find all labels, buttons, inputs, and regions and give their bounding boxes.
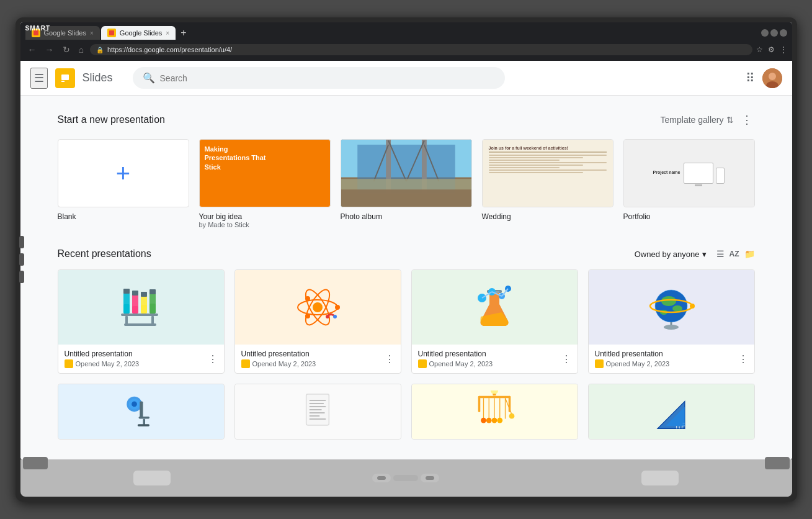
template-more-btn[interactable]: ⋮ [739,111,755,129]
pres-title-3: Untitled presentation [418,350,561,358]
apps-grid-icon[interactable]: ⠿ [746,71,755,86]
bigidea-title: MakingPresentations ThatStick [205,145,266,171]
menu-icon[interactable]: ⋮ [780,45,787,54]
address-bar[interactable]: 🔒 https://docs.google.com/presentation/u… [90,44,752,55]
close-btn[interactable] [780,29,787,37]
presentation-card-6[interactable] [234,384,401,440]
list-view-icon[interactable]: ☰ [716,249,725,259]
user-avatar[interactable] [762,68,782,88]
template-photo-card[interactable]: Photo album [341,139,472,228]
svg-point-38 [305,296,310,301]
svg-rect-91 [493,394,496,395]
template-bigidea-card[interactable]: MakingPresentations ThatStick Your big i… [199,139,331,228]
extensions-icon[interactable]: ⚙ [768,45,775,54]
svg-point-53 [672,305,682,312]
search-input[interactable] [160,73,495,83]
test-tubes-illustration [116,282,166,332]
wedding-join-us: Join us for a full weekend of activities… [489,146,607,150]
presentation-card-7[interactable] [411,384,578,440]
control-indicator-1[interactable] [372,474,391,482]
owned-by-filter[interactable]: Owned by anyone ▾ [635,250,707,259]
pres-thumb-3 [412,270,578,345]
hamburger-menu-btn[interactable]: ☰ [30,68,48,89]
new-tab-btn[interactable]: + [177,27,190,38]
presentation-card-4[interactable]: Untitled presentation Opened May 2, 2023… [588,269,755,374]
w-line-3 [489,160,560,161]
tab-1-close[interactable]: × [90,30,94,37]
minimize-btn[interactable] [761,29,769,37]
template-blank-thumb: + [58,139,189,207]
atom-illustration [293,282,342,332]
bookmark-icon[interactable]: ☆ [756,45,763,54]
view-icons: ☰ AZ 📁 [716,249,755,259]
template-blank-card[interactable]: + Blank [58,139,189,228]
ruler-triangle-illustration [649,390,693,434]
recent-section: Recent presentations Owned by anyone ▾ ☰… [58,248,755,440]
second-row-grid [58,384,755,440]
svg-line-50 [502,289,508,296]
folder-icon[interactable]: 📁 [744,249,755,259]
svg-rect-2 [61,81,65,82]
globe-illustration [646,282,696,332]
template-section: Start a new presentation Template galler… [58,111,755,228]
center-controls [372,474,439,482]
template-wedding-card[interactable]: Join us for a full weekend of activities… [482,139,613,228]
template-portfolio-card[interactable]: Project name Portfolio [623,139,755,228]
sort-az-icon[interactable]: AZ [729,250,739,258]
template-bigidea-author: by Made to Stick [199,221,331,228]
w-line-6 [489,167,560,168]
control-btn-1[interactable] [133,471,171,485]
back-btn[interactable]: ← [25,43,39,56]
template-gallery-btn[interactable]: Template gallery ⇅ [661,115,734,125]
svg-point-4 [769,73,776,80]
microscope-illustration [119,390,163,434]
svg-point-52 [661,296,676,306]
template-bigidea-name: Your big idea [199,212,331,221]
svg-rect-70 [310,403,324,404]
browser-tab-2[interactable]: Google Slides × [101,26,176,40]
search-bar[interactable]: 🔍 [133,67,505,89]
side-btn-3[interactable] [19,271,24,283]
pres-info-1: Untitled presentation Opened May 2, 2023… [58,345,224,373]
pres-more-btn-2[interactable]: ⋮ [385,353,395,365]
home-btn[interactable]: ⌂ [76,43,86,56]
presentation-card-8[interactable] [588,384,755,440]
slides-badge-3 [418,359,427,368]
svg-rect-24 [141,305,147,314]
pres-date-4: Opened May 2, 2023 [606,360,670,368]
svg-point-39 [305,314,310,318]
pres-info-3: Untitled presentation Opened May 2, 2023… [412,345,578,373]
control-btn-2[interactable] [641,471,679,485]
presentation-card-3[interactable]: Untitled presentation Opened May 2, 2023… [411,269,578,374]
corner-bracket-right [765,457,790,469]
reload-btn[interactable]: ↻ [60,43,73,56]
side-btn-2[interactable] [19,253,24,266]
wedding-decor [489,151,607,153]
forward-btn[interactable]: → [43,43,56,56]
pres-date-row-4: Opened May 2, 2023 [595,359,738,368]
slider-1[interactable] [377,476,386,480]
presentation-card-2[interactable]: Untitled presentation Opened May 2, 2023… [234,269,401,374]
svg-rect-27 [149,304,156,314]
presentation-card-5[interactable] [58,384,225,440]
main-scroll-area[interactable]: Start a new presentation Template galler… [20,96,792,459]
pres-more-btn-3[interactable]: ⋮ [561,353,571,365]
photo-bridge [341,140,471,207]
maximize-btn[interactable] [770,29,778,37]
control-bar[interactable] [393,475,418,481]
control-indicator-2[interactable] [421,474,439,482]
document-illustration [302,390,333,434]
svg-point-40 [326,315,329,318]
blank-plus-icon: + [116,160,130,187]
pendulum-illustration [473,390,516,434]
pres-more-btn-1[interactable]: ⋮ [208,353,218,365]
w-line-5 [489,165,583,166]
tab-2-close[interactable]: × [166,30,169,37]
pres-meta-4: Untitled presentation Opened May 2, 2023 [595,350,738,368]
pres-date-row-2: Opened May 2, 2023 [241,359,385,368]
side-btn-1[interactable] [19,236,24,248]
slider-2[interactable] [426,476,434,480]
presentation-card-1[interactable]: Untitled presentation Opened May 2, 2023… [58,269,225,374]
pres-more-btn-4[interactable]: ⋮ [738,353,748,365]
portfolio-phone [716,168,725,184]
